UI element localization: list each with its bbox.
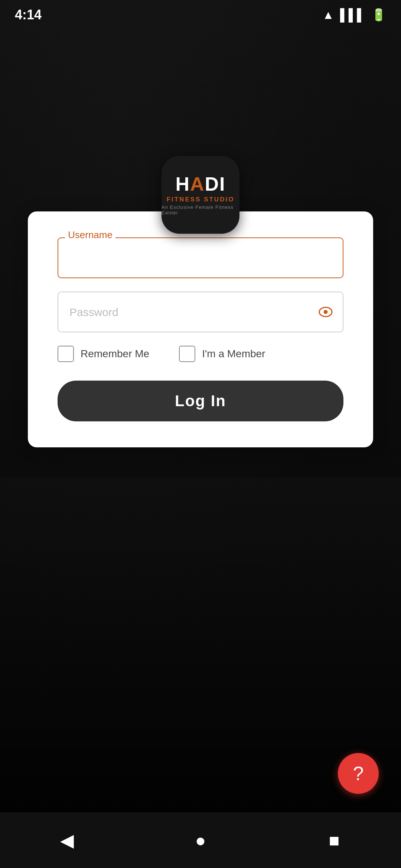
remember-me-label: Remember Me [81, 348, 149, 360]
nav-back-icon: ◀ [60, 830, 74, 851]
logo-a: A [190, 174, 205, 194]
logo-tagline: An Exclusive Female Fitness Center [162, 204, 239, 216]
nav-recents-button[interactable]: ■ [312, 818, 356, 862]
member-label: I'm a Member [202, 348, 265, 360]
eye-icon [318, 307, 333, 317]
wifi-icon: ▲ [322, 8, 334, 22]
logo-subtitle: FITNESS STUDIO [167, 196, 235, 203]
nav-back-button[interactable]: ◀ [45, 818, 89, 862]
member-checkbox[interactable]: I'm a Member [179, 346, 265, 362]
status-bar: 4:14 ▲ ▌▌▌ 🔋 [0, 0, 401, 30]
password-input[interactable] [58, 292, 343, 332]
login-button-label: Log In [175, 392, 226, 410]
logo-container: H A DI FITNESS STUDIO An Exclusive Femal… [162, 156, 239, 234]
checkboxes-row: Remember Me I'm a Member [58, 346, 343, 362]
nav-recents-icon: ■ [329, 830, 340, 851]
remember-me-checkbox[interactable]: Remember Me [58, 346, 149, 362]
status-icons: ▲ ▌▌▌ 🔋 [322, 8, 386, 22]
battery-icon: 🔋 [371, 8, 386, 22]
login-card: Username Remember Me I'm a Member [28, 211, 373, 447]
password-field-wrapper [58, 292, 343, 332]
username-field-wrapper: Username [58, 237, 343, 278]
nav-bar: ◀ ● ■ [0, 812, 401, 868]
nav-home-icon: ● [195, 830, 206, 851]
svg-point-1 [324, 310, 328, 314]
password-toggle-button[interactable] [318, 307, 333, 317]
remember-me-box [58, 346, 74, 362]
help-icon: ? [353, 762, 364, 785]
username-input[interactable] [58, 237, 343, 278]
main-content: H A DI FITNESS STUDIO An Exclusive Femal… [0, 0, 401, 868]
status-time: 4:14 [15, 7, 42, 23]
member-box [179, 346, 195, 362]
username-label: Username [65, 229, 115, 241]
logo-di: DI [205, 174, 226, 194]
signal-icon: ▌▌▌ [340, 8, 365, 22]
help-fab[interactable]: ? [338, 753, 379, 794]
logo-h: H [175, 174, 190, 194]
login-button[interactable]: Log In [58, 381, 343, 421]
nav-home-button[interactable]: ● [178, 818, 223, 862]
